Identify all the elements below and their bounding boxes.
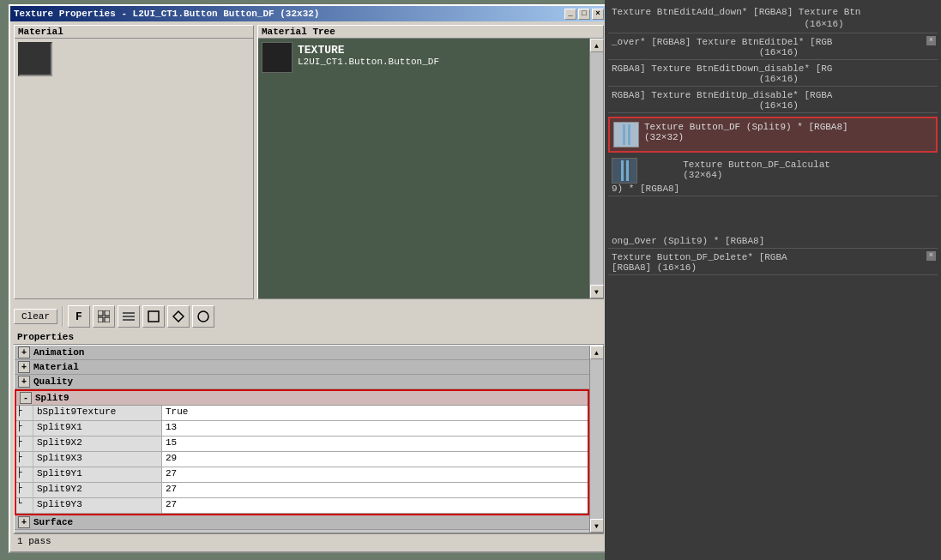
vline-1 bbox=[623, 124, 625, 145]
properties-section: Properties + Animation + Material bbox=[14, 330, 604, 533]
texture-entry-3: RGBA8] Texture BtnEditUp_disable* [RGBA … bbox=[608, 88, 938, 113]
toolbar: Clear F bbox=[14, 303, 604, 330]
section-split9-label: Split9 bbox=[35, 393, 69, 403]
section-quality[interactable]: + Quality bbox=[15, 375, 589, 389]
tree-item-info: TEXTURE L2UI_CT1.Button.Button_DF bbox=[298, 44, 439, 67]
svg-rect-7 bbox=[148, 311, 159, 322]
prop-value-split9y1[interactable]: 27 bbox=[162, 467, 588, 482]
tree-texture-name: L2UI_CT1.Button.Button_DF bbox=[298, 57, 439, 67]
section-quality-toggle[interactable]: + bbox=[18, 376, 30, 388]
section-animation-toggle[interactable]: + bbox=[18, 346, 30, 358]
vline-4 bbox=[626, 160, 629, 181]
scroll-up-arrow[interactable]: ▲ bbox=[590, 39, 604, 52]
texture-browser-content: Texture BtnEditAdd_down* [RGBA8] Texture… bbox=[605, 0, 941, 279]
window-controls: _ □ × bbox=[564, 9, 604, 20]
prop-name-split9x1: Split9X1 bbox=[33, 421, 162, 436]
texture-entry-7: × Texture Button_DF_Delete* [RGBA [RGBA8… bbox=[608, 250, 938, 275]
material-thumbnail bbox=[18, 42, 52, 76]
texture-entry-6: ong_Over (Split9) * [RGBA8] bbox=[608, 234, 938, 249]
prop-indent5: ├ bbox=[16, 467, 33, 482]
maximize-button[interactable]: □ bbox=[578, 9, 590, 20]
toolbar-icon-diamond[interactable] bbox=[167, 305, 190, 328]
texture-entry-3-text: RGBA8] Texture BtnEditUp_disable* [RGBA bbox=[612, 90, 832, 100]
material-content bbox=[15, 39, 253, 80]
toolbar-icon-grid[interactable] bbox=[93, 305, 115, 328]
tree-item-thumbnail bbox=[262, 42, 293, 73]
scroll-down-arrow[interactable]: ▼ bbox=[590, 285, 604, 298]
highlight-thumbnail bbox=[613, 122, 639, 148]
material-tree-title: Material Tree bbox=[258, 26, 603, 39]
entry5-right: Texture Button_DF_Calculat (32×64) bbox=[683, 158, 830, 180]
texture-entry-5: 9) * [RGBA8] Texture Button_DF_Calculat … bbox=[608, 156, 938, 196]
section-split9[interactable]: - Split9 bbox=[16, 391, 588, 406]
close-btn-1[interactable]: × bbox=[926, 36, 936, 45]
props-scroll-up[interactable]: ▲ bbox=[590, 346, 604, 359]
texture-entry-6-text: ong_Over (Split9) * [RGBA8] bbox=[612, 236, 764, 246]
prop-value-split9x3[interactable]: 29 bbox=[162, 452, 588, 467]
highlight-text-area: Texture Button_DF (Split9) * [RGBA8] (32… bbox=[644, 122, 848, 142]
window-titlebar: Texture Properties - L2UI_CT1.Button But… bbox=[10, 6, 607, 21]
vline-2 bbox=[628, 124, 630, 145]
prop-value-split9y2[interactable]: 27 bbox=[162, 483, 588, 497]
toolbar-separator bbox=[62, 306, 63, 327]
texture-entry-top-text: Texture BtnEditAdd_down* [RGBA8] Texture… bbox=[612, 7, 860, 17]
svg-rect-4 bbox=[123, 312, 135, 314]
section-split9-toggle[interactable]: - bbox=[20, 392, 32, 404]
toolbar-icon-square[interactable] bbox=[142, 305, 165, 328]
section-material-toggle[interactable]: + bbox=[18, 361, 30, 373]
texture-entry-highlighted[interactable]: Texture Button_DF (Split9) * [RGBA8] (32… bbox=[608, 117, 938, 153]
properties-title: Properties bbox=[14, 330, 604, 345]
prop-indent2: ├ bbox=[16, 421, 33, 436]
texture-entry-3-sub: (16×16) bbox=[612, 100, 799, 111]
material-panel: Material bbox=[14, 25, 254, 299]
properties-table-wrapper: + Animation + Material + Quality bbox=[14, 345, 604, 533]
close-btn-7[interactable]: × bbox=[926, 251, 936, 261]
props-scroll-down[interactable]: ▼ bbox=[590, 519, 604, 533]
prop-row-split9x2: ├ Split9X2 15 bbox=[16, 437, 588, 452]
section-animation[interactable]: + Animation bbox=[15, 346, 589, 360]
material-thumb-inner bbox=[20, 44, 51, 75]
split9-section-wrapper: - Split9 ├ bSplit9Texture True ├ Spl bbox=[15, 389, 589, 515]
prop-value-split9x1[interactable]: 13 bbox=[162, 421, 588, 436]
texture-entry-7-sub: [RGBA8] (16×16) bbox=[612, 262, 697, 273]
section-material[interactable]: + Material bbox=[15, 360, 589, 375]
section-surface[interactable]: + Surface bbox=[15, 515, 589, 530]
status-text: 1 pass bbox=[17, 536, 51, 546]
window-title: Texture Properties - L2UI_CT1.Button But… bbox=[14, 9, 319, 19]
prop-indent6: ├ bbox=[16, 483, 33, 497]
svg-rect-0 bbox=[98, 310, 103, 316]
section-quality-label: Quality bbox=[33, 376, 73, 387]
toolbar-icon-layers[interactable] bbox=[118, 305, 140, 328]
texture-entry-2-text: RGBA8] Texture BtnEditDown_disable* [RG bbox=[612, 63, 832, 74]
prop-indent4: ├ bbox=[16, 452, 33, 467]
prop-row-split9x3: ├ Split9X3 29 bbox=[16, 452, 588, 467]
prop-row-split9y2: ├ Split9Y2 27 bbox=[16, 483, 588, 498]
material-panel-title: Material bbox=[15, 26, 253, 39]
texture-entry-1-text: _over* [RGBA8] Texture BtnEditDel* [RGB bbox=[612, 37, 832, 47]
prop-value-split9x2[interactable]: 15 bbox=[162, 437, 588, 451]
entry5-thumbnail bbox=[612, 158, 637, 184]
prop-name-split9y1: Split9Y1 bbox=[33, 467, 162, 482]
prop-indent7: └ bbox=[16, 498, 33, 513]
props-scroll-track[interactable] bbox=[590, 359, 603, 519]
prop-name-split9y3: Split9Y3 bbox=[33, 498, 162, 513]
svg-rect-5 bbox=[123, 316, 135, 317]
svg-rect-3 bbox=[105, 317, 110, 322]
prop-value-bsplit9texture[interactable]: True bbox=[162, 406, 588, 420]
section-surface-label: Surface bbox=[33, 517, 73, 527]
prop-value-split9y3[interactable]: 27 bbox=[162, 498, 588, 513]
minimize-button[interactable]: _ bbox=[564, 9, 576, 20]
prop-name-split9x3: Split9X3 bbox=[33, 452, 162, 467]
close-button[interactable]: × bbox=[592, 9, 604, 20]
prop-row-split9x1: ├ Split9X1 13 bbox=[16, 421, 588, 437]
svg-rect-2 bbox=[98, 317, 103, 322]
scroll-track[interactable] bbox=[590, 52, 603, 285]
section-surface-toggle[interactable]: + bbox=[18, 516, 30, 528]
prop-indent: ├ bbox=[16, 406, 33, 420]
toolbar-icon-f[interactable]: F bbox=[68, 305, 90, 328]
clear-button[interactable]: Clear bbox=[14, 309, 57, 324]
toolbar-icon-circle[interactable] bbox=[192, 305, 214, 328]
prop-row-split9y3: └ Split9Y3 27 bbox=[16, 498, 588, 514]
prop-row-bsplit9texture: ├ bSplit9Texture True bbox=[16, 406, 588, 421]
top-section: Material Material Tree TEXTURE bbox=[14, 25, 604, 299]
